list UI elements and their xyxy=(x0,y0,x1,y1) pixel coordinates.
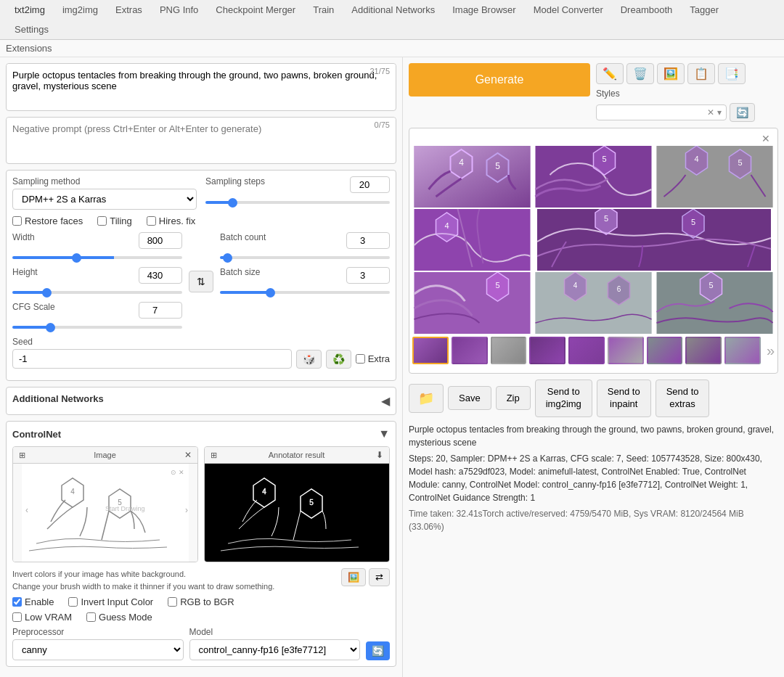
rgb-checkbox[interactable]: RGB to BGR xyxy=(168,596,234,607)
send-inpaint-button[interactable]: Send to inpaint xyxy=(597,379,651,417)
tool-doc-button[interactable]: 📑 xyxy=(718,63,746,84)
guess-mode-checkbox[interactable]: Guess Mode xyxy=(86,612,152,623)
neg-prompt-input[interactable] xyxy=(7,118,396,161)
save-button[interactable]: Save xyxy=(448,386,491,410)
sampling-steps-slider[interactable] xyxy=(205,201,390,204)
grid-cell-7[interactable]: 4 6 xyxy=(534,272,653,334)
grid-cell-6[interactable]: 5 xyxy=(412,272,532,334)
send-img2img-button[interactable]: Send to img2img xyxy=(535,379,592,417)
restore-faces-checkbox[interactable]: Restore faces xyxy=(12,216,83,226)
grid-cell-1[interactable]: 5 xyxy=(534,146,653,208)
extra-input[interactable] xyxy=(356,354,365,364)
styles-apply-button[interactable]: 🔄 xyxy=(730,103,755,122)
grid-cell-0[interactable]: 4 5 xyxy=(412,146,532,208)
preprocessor-select[interactable]: canny xyxy=(12,639,184,660)
close-output-button[interactable]: ✕ xyxy=(757,131,775,146)
batch-size-slider[interactable] xyxy=(220,291,390,294)
sampling-steps-label: Sampling steps xyxy=(205,176,265,193)
low-vram-input[interactable] xyxy=(12,612,22,622)
tool-pencil-button[interactable]: ✏️ xyxy=(596,63,624,84)
zip-button[interactable]: Zip xyxy=(496,386,531,410)
additional-networks-header[interactable]: Additional Networks ◀ xyxy=(12,393,390,409)
styles-x-icon[interactable]: ✕ xyxy=(707,107,714,118)
styles-input-row: ✕ ▾ 🔄 xyxy=(596,103,755,122)
seed-dice-button[interactable]: 🎲 xyxy=(296,350,322,369)
model-refresh-button[interactable]: 🔄 xyxy=(366,641,390,660)
seed-recycle-button[interactable]: ♻️ xyxy=(326,350,351,369)
tab-dreambooth[interactable]: Dreambooth xyxy=(612,0,682,20)
styles-dropdown-icon[interactable]: ▾ xyxy=(717,107,722,118)
invert-input[interactable] xyxy=(68,597,78,607)
hint-icon-2[interactable]: ⇄ xyxy=(369,568,390,586)
cfg-slider[interactable] xyxy=(12,326,182,329)
tab-checkpoint-merger[interactable]: Checkpoint Merger xyxy=(207,0,304,20)
tab-extras[interactable]: Extras xyxy=(107,0,151,20)
grid-cell-3[interactable]: 4 xyxy=(412,209,532,271)
tool-image-button[interactable]: 🖼️ xyxy=(657,63,685,84)
cfg-input[interactable] xyxy=(139,302,182,319)
annotator-download-icon[interactable]: ⬇ xyxy=(376,450,383,460)
low-vram-checkbox[interactable]: Low VRAM xyxy=(12,612,72,623)
batch-count-slider[interactable] xyxy=(220,256,390,259)
swap-dimensions-button[interactable]: ⇅ xyxy=(189,271,213,292)
tiling-input[interactable] xyxy=(97,216,107,226)
thumbnail-4[interactable] xyxy=(568,337,605,364)
tab-additional-networks[interactable]: Additional Networks xyxy=(343,0,444,20)
guess-mode-input[interactable] xyxy=(86,612,96,622)
thumbnail-3[interactable] xyxy=(529,337,565,364)
tab-image-browser[interactable]: Image Browser xyxy=(444,0,524,20)
thumbnail-1[interactable] xyxy=(452,337,488,364)
restore-faces-input[interactable] xyxy=(12,216,22,226)
thumbnail-5[interactable] xyxy=(608,337,644,364)
send-extras-button[interactable]: Send to extras xyxy=(656,379,710,417)
hires-fix-checkbox[interactable]: Hires. fix xyxy=(147,216,196,226)
batch-count-input[interactable] xyxy=(346,232,390,249)
tool-clipboard-button[interactable]: 📋 xyxy=(687,63,715,84)
tiling-checkbox[interactable]: Tiling xyxy=(97,216,132,226)
tool-trash-button[interactable]: 🗑️ xyxy=(626,63,654,84)
tab-txt2img[interactable]: txt2img xyxy=(6,0,54,20)
hint-icon-1[interactable]: 🖼️ xyxy=(341,568,366,586)
tab-settings[interactable]: Settings xyxy=(6,20,57,39)
input-panel-body[interactable]: 4 5 xyxy=(13,464,197,562)
seed-input[interactable] xyxy=(12,349,292,369)
sampling-steps-input[interactable] xyxy=(350,176,390,193)
model-select[interactable]: control_canny-fp16 [e3fe7712] xyxy=(189,639,361,660)
width-slider[interactable] xyxy=(12,256,182,259)
enable-input[interactable] xyxy=(12,597,22,607)
tab-tagger[interactable]: Tagger xyxy=(681,0,727,20)
styles-field[interactable]: ✕ ▾ xyxy=(596,104,727,120)
height-input[interactable] xyxy=(139,267,182,284)
invert-checkbox[interactable]: Invert Input Color xyxy=(68,596,153,607)
height-slider[interactable] xyxy=(12,291,182,294)
grid-cell-8[interactable]: 5 xyxy=(655,272,775,334)
thumbnail-2[interactable] xyxy=(491,337,527,364)
open-folder-button[interactable]: 📁 xyxy=(409,384,444,413)
sketch-canvas[interactable]: 4 5 xyxy=(13,464,197,562)
thumbnail-8[interactable] xyxy=(724,337,761,364)
hires-fix-input[interactable] xyxy=(147,216,156,226)
enable-row: Enable Invert Input Color RGB to BGR xyxy=(12,596,390,607)
batch-size-label: Batch size xyxy=(220,267,260,284)
thumbnail-0[interactable] xyxy=(412,337,449,364)
grid-cell-2[interactable]: 4 5 xyxy=(655,146,775,208)
rgb-input[interactable] xyxy=(168,597,177,607)
tab-train[interactable]: Train xyxy=(304,0,343,20)
thumbnail-6[interactable] xyxy=(647,337,683,364)
tab-png-info[interactable]: PNG Info xyxy=(151,0,207,20)
thumbnail-7[interactable] xyxy=(685,337,722,364)
additional-networks-arrow[interactable]: ◀ xyxy=(381,394,390,408)
grid-cell-4-wide[interactable]: 5 5 xyxy=(534,209,775,271)
batch-size-input[interactable] xyxy=(346,267,390,284)
extra-checkbox[interactable]: Extra xyxy=(356,353,390,364)
svg-rect-29 xyxy=(415,209,531,271)
tab-model-converter[interactable]: Model Converter xyxy=(525,0,612,20)
controlnet-arrow[interactable]: ▼ xyxy=(378,427,390,440)
prompt-input[interactable] xyxy=(7,64,396,108)
enable-checkbox[interactable]: Enable xyxy=(12,596,54,607)
generate-button[interactable]: Generate xyxy=(409,63,590,97)
input-close-icon[interactable]: ✕ xyxy=(184,450,192,460)
tab-img2img[interactable]: img2img xyxy=(54,0,107,20)
sampling-method-select[interactable]: DPM++ 2S a Karras xyxy=(12,189,197,210)
width-input[interactable] xyxy=(139,232,182,249)
